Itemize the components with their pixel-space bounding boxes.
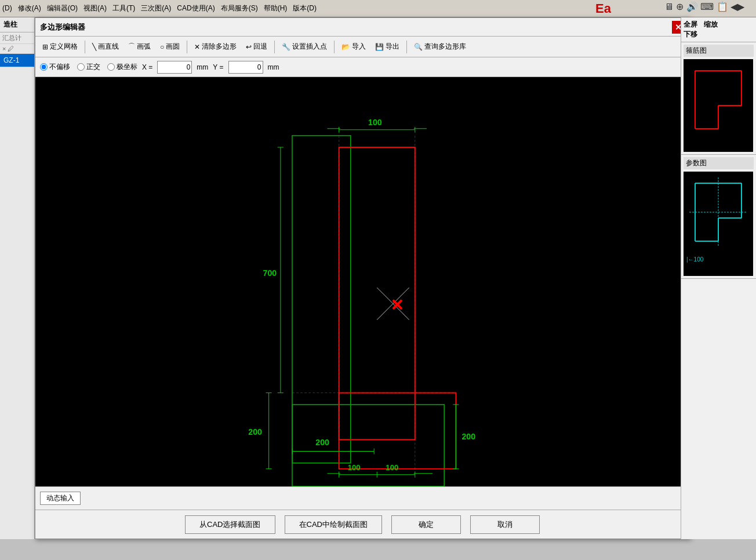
- svg-rect-1: [292, 405, 444, 486]
- export-btn[interactable]: 💾 导出: [372, 41, 403, 53]
- dim-100-top: 100: [368, 118, 382, 127]
- sep3: [274, 41, 275, 53]
- dialog-window: 多边形编辑器 ✕ ⊞ 定义网格 ╲ 画直线 ⌒ 画弧 ○ 画圆 ✕ 清除多边形 …: [35, 17, 690, 539]
- dialog-title: 多边形编辑器: [40, 22, 85, 32]
- dynamic-input-btn[interactable]: 动态输入: [40, 492, 81, 505]
- export-label: 导出: [386, 42, 399, 52]
- draw-circle-btn[interactable]: ○ 画圆: [157, 41, 183, 53]
- sep1: [85, 41, 85, 53]
- define-grid-btn[interactable]: ⊞ 定义网格: [39, 41, 81, 53]
- down-btn[interactable]: 下移: [684, 30, 697, 38]
- y-unit: mm: [268, 63, 279, 71]
- draw-arc-btn[interactable]: ⌒ 画弧: [125, 41, 154, 53]
- ortho-label: 正交: [86, 62, 100, 72]
- sidebar-item-gz1[interactable]: GZ-1: [0, 54, 34, 67]
- param-title: 参数图: [684, 157, 754, 169]
- offset-radio-group: 不偏移 正交 极坐标: [40, 62, 137, 72]
- dim-200-bottom-left: 200: [315, 438, 329, 447]
- left-sidebar: 造柱 汇总计 × 🖊 GZ-1: [0, 17, 35, 539]
- draw-arc-label: 画弧: [137, 42, 151, 52]
- coord-bar: 不偏移 正交 极坐标 X = mm Y = mm: [35, 57, 689, 77]
- param-svg: |←100: [684, 172, 753, 276]
- draw-line-label: 画直线: [98, 42, 119, 52]
- action-bar: 从CAD选择截面图 在CAD中绘制截面图 确定 取消: [35, 510, 689, 539]
- x-unit: mm: [197, 63, 208, 71]
- sidebar-label: 汇总计: [0, 32, 34, 44]
- svg-rect-0: [292, 136, 351, 463]
- import-icon: 📂: [341, 43, 350, 51]
- confirm-btn[interactable]: 确定: [391, 515, 461, 534]
- dim-100-bottom1: 100: [348, 463, 361, 472]
- query-lib-btn[interactable]: 🔍 查询多边形库: [410, 41, 470, 53]
- no-offset-radio[interactable]: 不偏移: [40, 62, 70, 72]
- right-panel: 全屏 缩放 下移 箍筋图 参数图: [681, 17, 756, 539]
- clear-icon: ✕: [194, 43, 200, 51]
- polar-radio[interactable]: 极坐标: [107, 62, 137, 72]
- title-bar: 多边形编辑器 ✕: [35, 18, 689, 37]
- x-input[interactable]: [157, 61, 192, 74]
- svg-text:✕: ✕: [390, 296, 404, 314]
- ortho-input[interactable]: [77, 63, 85, 71]
- sep4: [334, 41, 335, 53]
- toolbar: ⊞ 定义网格 ╲ 画直线 ⌒ 画弧 ○ 画圆 ✕ 清除多边形 ↩ 回退 🔧 设置…: [35, 37, 689, 57]
- polar-input[interactable]: [107, 63, 115, 71]
- polar-label: 极坐标: [117, 62, 137, 72]
- query-lib-label: 查询多边形库: [424, 42, 466, 52]
- no-offset-label: 不偏移: [49, 62, 70, 72]
- select-from-cad-btn[interactable]: 从CAD选择截面图: [185, 515, 275, 534]
- grid-icon: ⊞: [42, 43, 48, 51]
- y-label: Y =: [213, 63, 223, 71]
- set-insert-btn[interactable]: 🔧 设置插入点: [278, 41, 330, 53]
- x-label: X =: [142, 63, 152, 71]
- set-insert-label: 设置插入点: [292, 42, 327, 52]
- cancel-btn[interactable]: 取消: [470, 515, 540, 534]
- dim-100-bottom2: 100: [386, 463, 398, 472]
- set-insert-icon: 🔧: [282, 43, 290, 51]
- arc-icon: ⌒: [128, 42, 135, 52]
- undo-label: 回退: [253, 42, 267, 52]
- import-btn[interactable]: 📂 导入: [338, 41, 369, 53]
- param-section: 参数图 |←100: [681, 155, 756, 279]
- svg-text:|←100: |←100: [686, 256, 704, 263]
- circle-icon: ○: [160, 43, 164, 51]
- undo-icon: ↩: [246, 43, 252, 51]
- y-input[interactable]: [228, 61, 263, 74]
- draw-circle-label: 画圆: [166, 42, 180, 52]
- drawing-canvas-area: ✕ 100 700 200 200: [35, 77, 689, 486]
- app-bar: (D) 修改(A) 编辑器(O) 视图(A) 工具(T) 三次图(A) CAD使…: [0, 0, 756, 17]
- stirrup-title: 箍筋图: [684, 45, 754, 57]
- clear-polygon-btn[interactable]: ✕ 清除多边形: [191, 41, 240, 53]
- status-bar: 动态输入: [35, 486, 689, 510]
- sep5: [406, 41, 407, 53]
- dim-200-bottom-height: 200: [248, 427, 262, 437]
- draw-in-cad-btn[interactable]: 在CAD中绘制截面图: [285, 515, 382, 534]
- dim-700-left: 700: [263, 268, 277, 278]
- param-canvas: |←100: [684, 172, 753, 276]
- top-right-icons: 🖥 ⊕ 🔊 ⌨ 📋 ◀▶: [664, 1, 744, 12]
- export-icon: 💾: [375, 43, 384, 51]
- clear-polygon-label: 清除多边形: [202, 42, 237, 52]
- app-menu: (D) 修改(A) 编辑器(O) 视图(A) 工具(T) 三次图(A) CAD使…: [2, 3, 317, 13]
- svg-canvas[interactable]: ✕ 100 700 200 200: [35, 77, 689, 486]
- import-label: 导入: [352, 42, 366, 52]
- dim-200-right: 200: [461, 432, 475, 441]
- stirrup-svg: [684, 59, 753, 152]
- sep2: [187, 41, 187, 53]
- zoom-btn[interactable]: 缩放: [704, 20, 718, 28]
- line-icon: ╲: [92, 43, 96, 51]
- no-offset-input[interactable]: [40, 63, 48, 71]
- stirrup-canvas: [684, 59, 753, 152]
- query-icon: 🔍: [414, 43, 423, 51]
- ortho-radio[interactable]: 正交: [77, 62, 100, 72]
- sidebar-title: 造柱: [0, 17, 34, 32]
- right-panel-header: 全屏 缩放 下移: [681, 17, 756, 42]
- undo-btn[interactable]: ↩ 回退: [242, 41, 271, 53]
- define-grid-label: 定义网格: [50, 42, 78, 52]
- fullscreen-btn[interactable]: 全屏: [684, 20, 697, 28]
- sidebar-controls: × 🖊: [0, 44, 34, 54]
- ea-label: Ea: [595, 1, 611, 16]
- stirrup-section: 箍筋图: [681, 42, 756, 155]
- draw-line-btn[interactable]: ╲ 画直线: [89, 41, 122, 53]
